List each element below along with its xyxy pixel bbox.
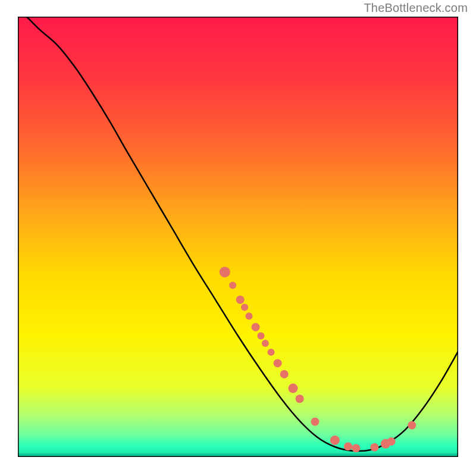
marker-point [296, 394, 304, 403]
chart-container [18, 17, 458, 457]
marker-point [408, 421, 416, 430]
marker-point [289, 384, 298, 393]
marker-point [246, 312, 253, 320]
marker-point [330, 436, 340, 445]
marker-point [311, 418, 320, 426]
marker-point [344, 442, 352, 450]
marker-point [274, 359, 282, 367]
marker-point [229, 281, 236, 289]
marker-point [352, 444, 360, 452]
marker-point [387, 437, 396, 446]
marker-point [257, 333, 264, 340]
marker-point [262, 340, 269, 347]
attribution-text: TheBottleneck.com [364, 1, 468, 15]
marker-point [241, 303, 248, 311]
marker-point [252, 323, 260, 331]
marker-point [370, 443, 378, 452]
chart-svg [18, 17, 458, 457]
marker-point [236, 296, 245, 304]
marker-point [268, 349, 275, 356]
marker-point [280, 370, 289, 378]
plot-background [18, 17, 458, 457]
marker-point [220, 267, 230, 277]
